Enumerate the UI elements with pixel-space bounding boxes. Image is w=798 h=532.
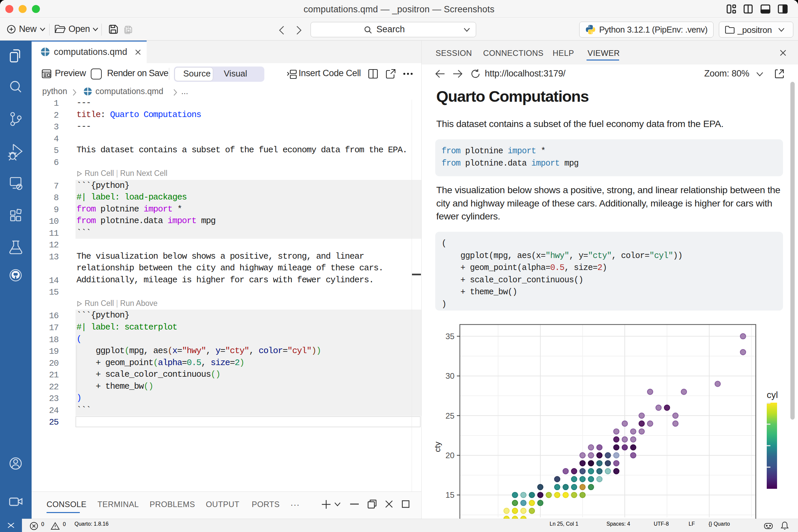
svg-text:25: 25	[445, 411, 455, 420]
svg-text:30: 30	[445, 372, 455, 380]
svg-text:15: 15	[445, 491, 455, 499]
svg-text:cyl: cyl	[767, 390, 778, 400]
svg-text:35: 35	[445, 332, 455, 341]
svg-text:cty: cty	[433, 441, 442, 452]
svg-text:20: 20	[445, 451, 455, 460]
